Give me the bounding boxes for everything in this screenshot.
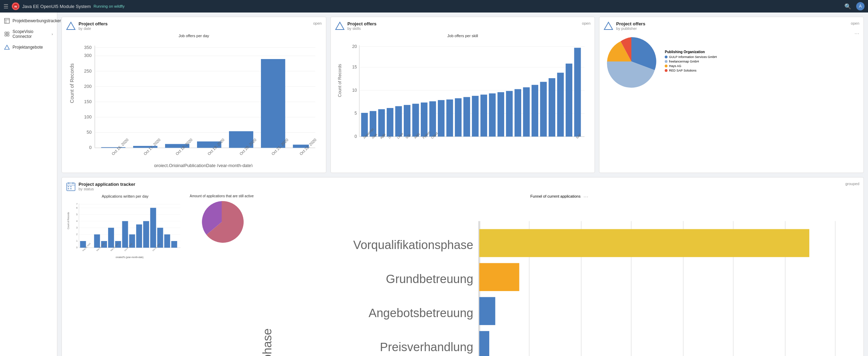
svg-rect-69: [455, 98, 461, 136]
svg-rect-79: [540, 82, 547, 137]
svg-text:Vorqualifikationsphase: Vorqualifikationsphase: [353, 238, 473, 251]
sidebar-item-label: ScopeVisio Connector: [13, 29, 52, 39]
legend-label-1: freelancermap GmbH: [669, 60, 699, 63]
puzzle-icon: [4, 31, 10, 37]
main-layout: Projektbewerbungstracker ScopeVisio Conn…: [0, 13, 868, 356]
card-header: Project offers by publisher open: [604, 21, 859, 31]
card-subtitle: by date: [79, 26, 313, 31]
svg-text:150: 150: [84, 99, 91, 104]
funnel-more-icon[interactable]: ⋯: [583, 194, 588, 200]
card-project-application-tracker: Project application tracker by status gr…: [62, 177, 864, 356]
svg-rect-130: [143, 221, 149, 248]
card-project-offers-publisher: Project offers by publisher open: [599, 17, 864, 173]
triangle-icon: [4, 44, 10, 50]
card-title: Project offers: [347, 21, 582, 26]
svg-rect-68: [446, 99, 453, 136]
card-subtitle: by skills: [347, 26, 582, 31]
svg-rect-134: [171, 241, 177, 248]
sidebar-item-label: Projektangebote: [13, 45, 43, 50]
svg-marker-10: [5, 45, 9, 49]
svg-rect-129: [136, 224, 142, 248]
card-header: Project offers by date open: [66, 21, 322, 31]
svg-text:2: 2: [76, 233, 77, 235]
svg-rect-76: [514, 89, 521, 137]
svg-text:0: 0: [89, 145, 91, 150]
svg-rect-7: [7, 32, 9, 34]
svg-rect-9: [7, 34, 9, 36]
svg-rect-74: [497, 92, 504, 136]
card-title-group: Project offers by skills: [347, 21, 582, 31]
svg-text:300: 300: [84, 53, 91, 58]
svg-rect-82: [566, 64, 572, 136]
legend-item-0: GULP Information Services GmbH: [665, 55, 716, 59]
svg-text:6: 6: [76, 206, 77, 209]
user-avatar[interactable]: A: [856, 2, 865, 10]
app-pie-chart: Amount of applications that are still ac…: [187, 194, 256, 245]
table-icon: [4, 18, 10, 24]
card-project-offers-skills: Project offers by skills open Job offers…: [330, 17, 595, 173]
svg-rect-77: [523, 87, 530, 136]
svg-rect-101: [68, 188, 69, 189]
search-icon[interactable]: 🔍: [844, 3, 851, 10]
legend-item-2: Hays AG: [665, 64, 716, 68]
legend-item-3: RED SAP Solutions: [665, 69, 716, 72]
card-header: Project offers by skills open: [335, 21, 591, 31]
navbar: ☰ W Java EE OpenUI5 Module System Runnin…: [0, 0, 868, 13]
funnel-header: Funnel of current applications ⋯: [259, 194, 859, 200]
svg-rect-80: [548, 78, 555, 136]
svg-text:50: 50: [87, 130, 91, 135]
legend-dot-1: [665, 60, 668, 63]
bar-chart-skills: Job offers per skill Count of Records 0 …: [335, 34, 591, 162]
svg-rect-166: [479, 331, 489, 356]
svg-rect-131: [150, 208, 156, 248]
card-badge: grouped: [845, 182, 859, 186]
svg-text:Oct 16, 2020: Oct 16, 2020: [111, 138, 129, 156]
main-content: Project offers by date open Job offers p…: [57, 13, 868, 356]
svg-marker-11: [67, 22, 75, 30]
sidebar-item-projektbewerbungstracker[interactable]: Projektbewerbungstracker: [0, 15, 57, 26]
svg-rect-162: [479, 263, 519, 291]
sidebar-item-projektangebote[interactable]: Projektangebote: [0, 42, 57, 53]
app-bar-chart: Applications written per day Count of Re…: [66, 194, 184, 260]
svg-text:Count of Records: Count of Records: [69, 63, 75, 103]
svg-text:Angebotsbetreuung: Angebotsbetreuung: [369, 306, 473, 320]
svg-text:200: 200: [84, 84, 91, 89]
svg-rect-6: [5, 32, 7, 34]
more-options-icon[interactable]: ⋯: [854, 31, 859, 36]
svg-text:5: 5: [76, 213, 77, 215]
svg-rect-61: [387, 108, 393, 136]
svg-text:Count of Records: Count of Records: [337, 64, 342, 97]
running-badge: Running on wildfly: [93, 4, 124, 8]
hamburger-icon[interactable]: ☰: [3, 3, 8, 10]
legend-title: Publishing Organization: [665, 50, 716, 54]
svg-rect-70: [463, 97, 470, 136]
app-title: Java EE OpenUI5 Module System: [22, 4, 91, 9]
legend-label-2: Hays AG: [669, 64, 681, 68]
svg-rect-8: [5, 34, 7, 36]
top-row: Project offers by date open Job offers p…: [62, 17, 864, 173]
chart-title: Applications written per day: [66, 194, 184, 198]
legend-dot-2: [665, 65, 668, 67]
card-title-group: Project offers by publisher: [616, 21, 851, 31]
svg-text:Count of Records: Count of Records: [67, 212, 69, 229]
legend-label-3: RED SAP Solutions: [669, 69, 696, 72]
sidebar-item-label: Projektbewerbungstracker: [13, 18, 61, 23]
card-title: Project application tracker: [79, 182, 845, 187]
tracker-bar-chart-svg: Count of Records 0 1 2 3: [66, 200, 184, 259]
svg-marker-45: [336, 22, 344, 30]
svg-text:1: 1: [76, 240, 77, 242]
svg-rect-65: [421, 102, 427, 136]
bottom-row: Project application tracker by status gr…: [62, 177, 864, 356]
pie-chart-svg: [604, 34, 659, 89]
funnel-chart-svg: phase 0 10 20 30 40 50 60 7: [259, 201, 859, 356]
svg-rect-127: [122, 221, 128, 248]
sidebar-item-scopevisio[interactable]: ScopeVisio Connector ›: [0, 26, 57, 42]
svg-rect-73: [489, 93, 496, 136]
svg-rect-160: [479, 229, 809, 257]
svg-rect-81: [557, 73, 564, 136]
svg-rect-99: [68, 186, 69, 187]
pie-chart-publisher: Publishing Organization GULP Information…: [604, 34, 859, 89]
svg-text:0: 0: [354, 134, 357, 139]
card-header: Project application tracker by status gr…: [66, 182, 859, 191]
card-triangle-icon: [335, 21, 345, 31]
